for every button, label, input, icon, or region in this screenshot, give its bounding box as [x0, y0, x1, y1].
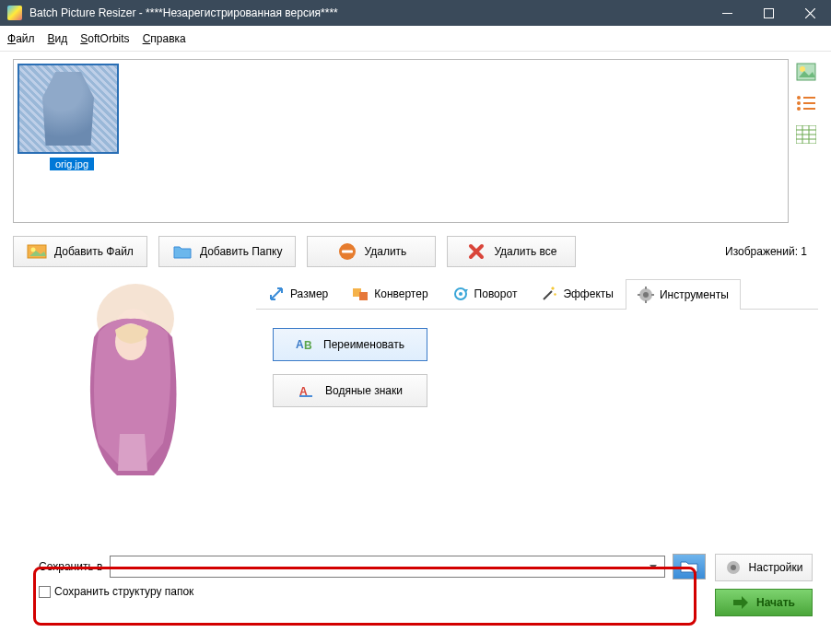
tab-tools-label: Инструменты: [660, 288, 729, 301]
view-list-icon[interactable]: [794, 92, 818, 114]
delete-icon: [337, 242, 357, 261]
preview-panel: [13, 278, 249, 495]
settings-label: Настройки: [749, 561, 803, 574]
minimize-button[interactable]: [707, 0, 748, 26]
watermark-button[interactable]: A Водяные знаки: [273, 374, 427, 407]
add-file-icon: [27, 242, 47, 261]
svg-point-6: [797, 101, 801, 105]
svg-text:B: B: [304, 339, 312, 352]
image-count: Изображений: 1: [725, 245, 807, 258]
gear-icon: [725, 559, 742, 576]
start-label: Начать: [756, 596, 795, 609]
settings-button[interactable]: Настройки: [715, 554, 813, 581]
menu-bar: Файл Вид SoftOrbits Справка: [0, 26, 831, 52]
tab-tools[interactable]: Инструменты: [626, 279, 741, 310]
main-toolbar: Добавить Файл Добавить Папку Удалить Уда…: [13, 236, 818, 267]
converter-icon: [352, 286, 369, 302]
menu-view[interactable]: Вид: [48, 32, 68, 45]
tab-converter[interactable]: Конвертер: [340, 278, 439, 309]
rename-label: Переименовать: [323, 338, 404, 351]
thumbnail-item[interactable]: orig.jpg: [18, 64, 126, 170]
menu-softorbits[interactable]: SoftOrbits: [80, 32, 129, 45]
watermark-label: Водяные знаки: [325, 384, 403, 397]
add-folder-icon: [172, 242, 193, 261]
tab-effects-label: Эффекты: [563, 287, 614, 300]
delete-all-button[interactable]: Удалить все: [447, 236, 576, 267]
menu-file[interactable]: Файл: [7, 32, 35, 45]
window-title: Batch Picture Resizer - ****Незарегистри…: [29, 6, 338, 19]
tab-converter-label: Конвертер: [374, 287, 427, 300]
tab-effects[interactable]: Эффекты: [529, 278, 626, 309]
menu-help[interactable]: Справка: [143, 32, 186, 45]
svg-rect-19: [342, 251, 353, 253]
delete-button[interactable]: Удалить: [307, 236, 436, 267]
view-details-icon[interactable]: [794, 123, 818, 146]
app-icon: [7, 6, 22, 20]
add-file-label: Добавить Файл: [54, 245, 134, 258]
view-thumbnails-icon[interactable]: [794, 61, 818, 83]
save-to-label: Сохранить в: [39, 560, 102, 573]
tools-icon: [638, 287, 654, 303]
tab-rotate[interactable]: Поворот: [440, 278, 530, 309]
thumbnail-image: [18, 64, 119, 154]
save-path-combobox[interactable]: [110, 556, 665, 578]
svg-point-8: [797, 107, 801, 111]
tab-rotate-label: Поворот: [474, 287, 518, 300]
rotate-icon: [452, 286, 469, 302]
tab-size-label: Размер: [290, 287, 328, 300]
rename-button[interactable]: AB Переименовать: [273, 328, 427, 361]
thumbnail-panel[interactable]: orig.jpg: [13, 59, 789, 223]
rename-icon: AB: [296, 335, 314, 354]
delete-all-icon: [466, 242, 486, 261]
svg-rect-5: [803, 97, 815, 99]
svg-point-38: [731, 565, 736, 570]
resize-icon: [268, 286, 285, 302]
browse-button[interactable]: [673, 554, 706, 580]
svg-point-4: [797, 96, 801, 100]
thumbnail-filename: orig.jpg: [50, 158, 94, 170]
title-bar: Batch Picture Resizer - ****Незарегистри…: [0, 0, 831, 26]
keep-folders-label: Сохранить структуру папок: [54, 585, 193, 598]
svg-point-28: [643, 292, 649, 298]
delete-label: Удалить: [365, 245, 407, 258]
keep-folder-structure-checkbox[interactable]: [39, 586, 51, 598]
tabs-body: AB Переименовать A Водяные знаки: [256, 310, 818, 439]
arrow-right-icon: [732, 596, 749, 609]
svg-point-26: [459, 292, 462, 296]
effects-icon: [541, 286, 557, 302]
folder-icon: [679, 558, 699, 575]
svg-text:A: A: [296, 338, 304, 351]
add-folder-label: Добавить Папку: [200, 245, 283, 258]
tab-size[interactable]: Размер: [256, 278, 340, 309]
svg-rect-36: [299, 395, 312, 397]
svg-point-17: [31, 248, 36, 252]
maximize-button[interactable]: [748, 0, 790, 26]
watermark-icon: A: [298, 381, 316, 400]
delete-all-label: Удалить все: [494, 245, 556, 258]
svg-rect-24: [359, 292, 368, 300]
start-button[interactable]: Начать: [715, 589, 813, 616]
svg-rect-0: [722, 13, 732, 14]
svg-rect-9: [803, 108, 815, 110]
tabs-header: Размер Конвертер Поворот Эффекты Инструм…: [256, 278, 818, 310]
svg-rect-7: [803, 102, 815, 104]
svg-rect-1: [765, 8, 774, 18]
add-file-button[interactable]: Добавить Файл: [13, 236, 147, 267]
close-button[interactable]: [790, 0, 831, 26]
add-folder-button[interactable]: Добавить Папку: [158, 236, 297, 267]
